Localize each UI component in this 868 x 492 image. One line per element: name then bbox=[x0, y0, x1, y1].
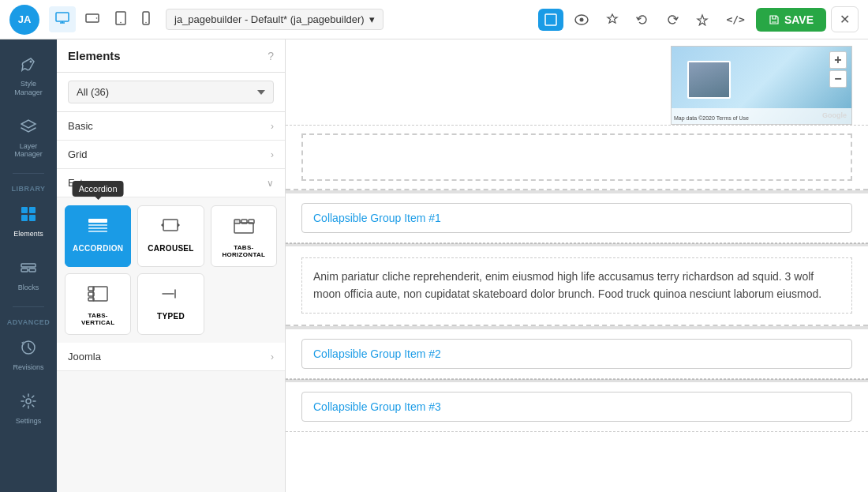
device-switcher bbox=[49, 6, 156, 32]
tabs-vertical-icon bbox=[87, 285, 109, 307]
sidebar: Style Manager Layer Manager LIBRARY bbox=[0, 39, 57, 492]
layer-manager-label: Layer Manager bbox=[9, 142, 47, 160]
svg-point-12 bbox=[30, 61, 32, 63]
sidebar-item-elements[interactable]: Elements bbox=[3, 197, 54, 246]
sidebar-item-blocks[interactable]: Blocks bbox=[3, 251, 54, 300]
panel-body: Basic › Grid › Extra ∨ Accordion bbox=[57, 112, 285, 492]
element-carousel[interactable]: CAROUSEL bbox=[137, 205, 204, 267]
layers-icon bbox=[20, 118, 37, 139]
blocks-icon bbox=[20, 259, 37, 280]
canvas: + − Google Map data ©2020 Terms of Use bbox=[286, 39, 868, 492]
sidebar-item-style-manager[interactable]: Style Manager bbox=[3, 47, 54, 105]
clock-icon bbox=[20, 339, 37, 360]
svg-rect-22 bbox=[88, 219, 107, 223]
device-desktop[interactable] bbox=[49, 6, 76, 32]
advanced-section-label: ADVANCED bbox=[0, 318, 57, 326]
undo-button[interactable] bbox=[630, 9, 655, 31]
device-tablet[interactable] bbox=[109, 6, 133, 32]
category-joomla-arrow: › bbox=[271, 351, 274, 362]
style-manager-label: Style Manager bbox=[9, 80, 47, 97]
element-typed[interactable]: TYPED bbox=[137, 273, 204, 335]
brush-icon bbox=[20, 55, 37, 77]
element-tabs-vertical[interactable]: TABS-VERTICAL bbox=[65, 273, 131, 335]
collapsible-item-1[interactable]: Collapsible Group Item #1 bbox=[302, 204, 851, 232]
category-extra[interactable]: Extra ∨ bbox=[57, 169, 285, 197]
sidebar-item-settings[interactable]: Settings bbox=[3, 385, 54, 434]
svg-rect-30 bbox=[234, 220, 240, 223]
preview-button[interactable] bbox=[568, 9, 595, 30]
map-zoom-out[interactable]: − bbox=[829, 70, 847, 88]
settings-label: Settings bbox=[16, 417, 42, 426]
elements-icon bbox=[20, 205, 37, 227]
elements-label: Elements bbox=[13, 230, 43, 238]
map-zoom-in[interactable]: + bbox=[829, 51, 847, 69]
main-layout: Style Manager Layer Manager LIBRARY bbox=[0, 39, 868, 492]
logo[interactable]: JA bbox=[9, 5, 39, 35]
svg-rect-25 bbox=[88, 231, 107, 232]
dropdown-arrow-icon: ▾ bbox=[369, 13, 375, 25]
svg-rect-0 bbox=[56, 13, 69, 21]
svg-rect-26 bbox=[163, 220, 178, 231]
collapsible-item-3-label: Collapsible Group Item #3 bbox=[313, 400, 441, 413]
svg-rect-9 bbox=[545, 14, 556, 25]
panel-header: Elements ? bbox=[57, 39, 285, 73]
code-button[interactable]: </> bbox=[720, 9, 750, 30]
project-title[interactable]: ja_pagebuilder - Default* (ja_pagebuilde… bbox=[166, 9, 383, 30]
filter-select[interactable]: All (36) bbox=[68, 81, 274, 103]
tabs-vertical-label: TABS-VERTICAL bbox=[72, 312, 124, 326]
sidebar-item-revisions[interactable]: Revisions bbox=[3, 331, 54, 380]
element-accordion[interactable]: Accordion ACCORDION bbox=[65, 205, 131, 267]
elements-panel: Elements ? All (36) Basic › Grid › Extra… bbox=[57, 39, 286, 492]
svg-rect-32 bbox=[249, 220, 254, 223]
collapsible-item-2-label: Collapsible Group Item #2 bbox=[313, 347, 441, 360]
category-joomla-label: Joomla bbox=[68, 351, 101, 362]
save-label: SAVE bbox=[784, 13, 814, 26]
components-button[interactable] bbox=[600, 9, 625, 31]
svg-rect-33 bbox=[93, 287, 107, 301]
device-mobile[interactable] bbox=[136, 6, 156, 32]
svg-rect-19 bbox=[29, 269, 36, 272]
device-tablet-landscape[interactable] bbox=[79, 6, 106, 32]
canvas-inner: + − Google Map data ©2020 Terms of Use bbox=[286, 39, 868, 492]
category-grid[interactable]: Grid › bbox=[57, 141, 285, 169]
svg-point-21 bbox=[26, 399, 31, 404]
svg-marker-27 bbox=[161, 223, 163, 227]
svg-rect-24 bbox=[88, 227, 107, 229]
gear-icon bbox=[20, 392, 37, 414]
svg-rect-16 bbox=[29, 215, 36, 221]
category-joomla[interactable]: Joomla › bbox=[57, 343, 285, 371]
map-copyright: Map data ©2020 Terms of Use bbox=[674, 115, 749, 121]
category-extra-arrow: ∨ bbox=[267, 178, 274, 189]
save-button[interactable]: SAVE bbox=[756, 8, 826, 32]
category-basic[interactable]: Basic › bbox=[57, 112, 285, 141]
revisions-label: Revisions bbox=[13, 363, 43, 372]
elements-grid: Accordion ACCORDION bbox=[57, 197, 285, 343]
category-basic-label: Basic bbox=[68, 120, 93, 132]
svg-rect-18 bbox=[21, 269, 28, 272]
category-grid-label: Grid bbox=[68, 148, 88, 160]
close-button[interactable]: ✕ bbox=[831, 6, 859, 32]
topbar: JA ja_pagebuilder - Default* (ja_pagebui… bbox=[0, 0, 868, 39]
svg-rect-31 bbox=[241, 220, 247, 223]
panel-title: Elements bbox=[68, 49, 121, 62]
svg-marker-28 bbox=[178, 223, 180, 227]
fullscreen-button[interactable] bbox=[538, 9, 563, 31]
blocks-label: Blocks bbox=[18, 284, 39, 292]
svg-point-8 bbox=[145, 22, 146, 23]
content-text: Anim pariatur cliche reprehenderit, enim… bbox=[313, 268, 840, 303]
collapsible-item-3[interactable]: Collapsible Group Item #3 bbox=[302, 392, 851, 421]
svg-point-6 bbox=[120, 22, 122, 24]
sidebar-divider-2 bbox=[13, 306, 44, 307]
collapsible-item-2[interactable]: Collapsible Group Item #2 bbox=[302, 340, 851, 368]
sidebar-item-layer-manager[interactable]: Layer Manager bbox=[3, 110, 54, 167]
project-title-text: ja_pagebuilder - Default* (ja_pagebuilde… bbox=[174, 13, 365, 25]
redo-button[interactable] bbox=[660, 9, 685, 31]
tabs-horizontal-label: TABS-HORIZONTAL bbox=[218, 244, 270, 258]
svg-rect-29 bbox=[234, 223, 253, 233]
category-extra-label: Extra bbox=[68, 177, 92, 189]
element-tabs-horizontal[interactable]: TABS-HORIZONTAL bbox=[211, 205, 277, 267]
help-icon[interactable]: ? bbox=[268, 50, 274, 62]
shapes-button[interactable] bbox=[690, 9, 715, 31]
panel-filter: All (36) bbox=[57, 73, 285, 112]
carousel-icon bbox=[159, 217, 181, 239]
